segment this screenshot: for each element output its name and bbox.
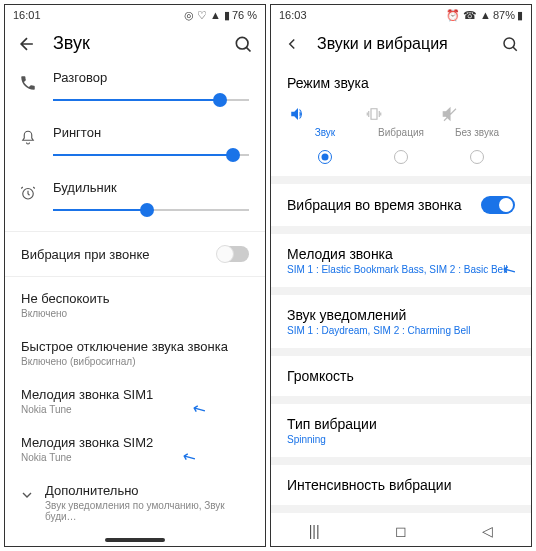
header: Звук — [5, 25, 265, 62]
page-title: Звук — [53, 33, 217, 54]
sound-mode-card: Режим звука Звук Вибрация Без звука — [271, 63, 531, 184]
vibration-type-card[interactable]: Тип вибрации Spinning — [271, 404, 531, 465]
ringtone-slider[interactable] — [53, 146, 249, 164]
slider-row-talk: Разговор — [5, 62, 265, 117]
page-title: Звуки и вибрация — [317, 35, 485, 53]
slider-label: Будильник — [53, 180, 249, 195]
vibrate-on-call-row[interactable]: Вибрация при звонке — [5, 236, 265, 272]
more-row[interactable]: ДополнительноЗвук уведомления по умолчан… — [5, 473, 265, 532]
status-bar: 16:03 ⏰ ☎ ▲ 87% ▮ — [271, 5, 531, 25]
nav-recent-icon[interactable]: ||| — [309, 523, 320, 539]
volume-card[interactable]: Громкость — [271, 356, 531, 404]
header: Звуки и вибрация — [271, 25, 531, 63]
talk-slider[interactable] — [53, 91, 249, 109]
ringtone-sim2-row[interactable]: Мелодия звонка SIM2Nokia Tune↖ — [5, 425, 265, 473]
vibration-intensity-card[interactable]: Интенсивность вибрации — [271, 465, 531, 513]
slider-label: Рингтон — [53, 125, 249, 140]
status-time: 16:01 — [13, 9, 41, 21]
status-right: ⏰ ☎ ▲ 87% ▮ — [446, 9, 523, 22]
nav-back-icon[interactable]: ◁ — [482, 523, 493, 539]
ringtone-card[interactable]: Мелодия звонка SIM 1 : Elastic Bookmark … — [271, 234, 531, 295]
back-icon[interactable] — [17, 34, 37, 54]
back-icon[interactable] — [283, 35, 301, 53]
ringtone-sim1-row[interactable]: Мелодия звонка SIM1Nokia Tune↖ — [5, 377, 265, 425]
nav-pill[interactable] — [105, 538, 165, 542]
mode-sound[interactable]: Звук — [287, 105, 363, 164]
alarm-slider[interactable] — [53, 201, 249, 219]
bell-icon — [19, 129, 37, 147]
svg-point-0 — [236, 37, 248, 49]
notification-sound-card[interactable]: Звук уведомлений SIM 1 : Daydream, SIM 2… — [271, 295, 531, 356]
pointer-arrow-icon: ↖ — [498, 258, 519, 281]
row-label: Вибрация при звонке — [21, 247, 150, 262]
slider-label: Разговор — [53, 70, 249, 85]
vibrate-during-row[interactable]: Вибрация во время звонка — [271, 184, 531, 234]
radio-icon — [470, 150, 484, 164]
toggle-off[interactable] — [217, 246, 249, 262]
slider-row-ringtone: Рингтон — [5, 117, 265, 172]
radio-icon — [318, 150, 332, 164]
nav-bar: ||| ◻ ◁ — [271, 516, 531, 546]
quick-mute-row[interactable]: Быстрое отключение звука звонкаВключено … — [5, 329, 265, 377]
phone-icon — [19, 74, 37, 92]
mode-vibrate[interactable]: Вибрация — [363, 105, 439, 164]
radio-icon — [394, 150, 408, 164]
svg-point-2 — [504, 38, 515, 49]
slider-row-alarm: Будильник — [5, 172, 265, 227]
status-time: 16:03 — [279, 9, 307, 21]
chevron-down-icon — [19, 487, 35, 503]
alarm-icon — [19, 184, 37, 202]
search-icon[interactable] — [501, 35, 519, 53]
switch-on[interactable] — [481, 196, 515, 214]
search-icon[interactable] — [233, 34, 253, 54]
nav-home-icon[interactable]: ◻ — [395, 523, 407, 539]
status-right: ◎ ♡ ▲ ▮ 76 % — [184, 9, 257, 22]
status-bar: 16:01 ◎ ♡ ▲ ▮ 76 % — [5, 5, 265, 25]
dnd-row[interactable]: Не беспокоитьВключено — [5, 281, 265, 329]
mode-silent[interactable]: Без звука — [439, 105, 515, 164]
sound-mode-title: Режим звука — [287, 75, 515, 91]
